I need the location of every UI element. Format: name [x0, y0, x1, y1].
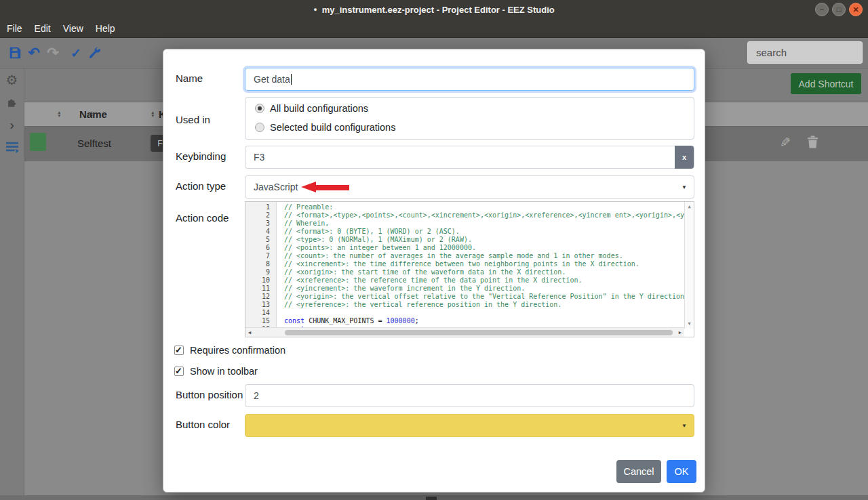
maximize-button[interactable]: □ [832, 3, 846, 16]
window-title: ● my_instrument.eez-project - Project Ed… [313, 5, 555, 15]
unsaved-indicator-dot: ● [313, 6, 317, 13]
action-type-label: Action type [176, 180, 226, 192]
horizontal-scrollbar[interactable]: ◀ ▶ [245, 327, 684, 337]
scroll-up-icon[interactable]: ▲ [685, 204, 694, 209]
shortcuts-list-icon[interactable] [5, 140, 20, 154]
cancel-button[interactable]: Cancel [616, 460, 661, 483]
checkbox-label: Show in toolbar [190, 366, 258, 377]
button-position-input[interactable]: 2 [245, 384, 694, 407]
used-in-label: Used in [176, 114, 210, 125]
name-input[interactable]: Get data [245, 68, 694, 91]
keybinding-value: F3 [254, 152, 264, 163]
minimize-button[interactable]: − [815, 3, 829, 16]
menu-edit[interactable]: Edit [35, 23, 51, 34]
close-button[interactable]: ✕ [849, 3, 863, 16]
edit-shortcut-dialog: Name Get data Used in All build configur… [163, 49, 705, 493]
radio-icon[interactable] [255, 104, 264, 113]
menu-help[interactable]: Help [96, 23, 115, 34]
action-code-label: Action code [176, 212, 229, 224]
chevron-right-icon[interactable]: › [5, 117, 20, 132]
scrollbar-thumb[interactable] [285, 330, 673, 335]
code-text[interactable]: // Preamble:// <format>,<type>,<points>,… [277, 202, 684, 329]
chevron-down-icon: ▼ [682, 423, 687, 429]
vertical-scrollbar[interactable]: ▲ ▼ [684, 202, 694, 329]
add-shortcut-button[interactable]: Add Shortcut [791, 73, 861, 94]
show-in-toolbar-checkbox-row[interactable]: ✓ Show in toolbar [174, 366, 258, 377]
search-input[interactable] [747, 41, 863, 64]
annotation-arrow [301, 182, 350, 193]
chevron-down-icon: ▼ [682, 184, 687, 190]
text-cursor [291, 74, 292, 85]
left-sidebar: ⚙ › [0, 68, 24, 495]
sort-icon[interactable]: ▲▼ [57, 110, 61, 117]
ok-button[interactable]: OK [667, 460, 696, 483]
clear-keybinding-button[interactable]: x [675, 146, 694, 169]
shortcut-color-swatch [30, 133, 46, 151]
scroll-left-icon[interactable]: ◀ [248, 330, 251, 335]
radio-label: All build configurations [270, 103, 368, 114]
shortcut-name: Selftest [77, 138, 111, 149]
check-icon[interactable]: ✓ [66, 43, 85, 62]
edit-pencil-icon[interactable]: ✎ [780, 135, 791, 150]
window-title-text: my_instrument.eez-project - Project Edit… [322, 5, 555, 15]
button-position-label: Button position [176, 389, 243, 400]
keybinding-label: Keybinding [176, 150, 226, 162]
title-bar: ● my_instrument.eez-project - Project Ed… [0, 0, 868, 19]
scroll-down-icon[interactable]: ▼ [685, 321, 694, 327]
menu-file[interactable]: File [7, 23, 22, 34]
checkbox-icon[interactable]: ✓ [174, 367, 184, 376]
menu-bar: File Edit View Help [0, 19, 868, 38]
bottom-resize-handle [426, 497, 437, 500]
redo-icon[interactable]: ↷ [43, 43, 62, 62]
scroll-right-icon[interactable]: ▶ [679, 330, 682, 335]
radio-icon[interactable] [255, 123, 264, 132]
button-position-value: 2 [254, 390, 259, 401]
radio-label: Selected build configurations [270, 122, 395, 133]
wrench-icon[interactable] [85, 43, 104, 62]
save-icon[interactable] [5, 43, 24, 62]
checkbox-label: Requires confirmation [190, 345, 285, 356]
keybinding-input[interactable]: F3 x [245, 146, 694, 169]
name-label: Name [176, 72, 203, 84]
trash-icon[interactable] [807, 136, 818, 151]
button-color-select[interactable]: ▼ [245, 414, 694, 437]
sort-icon[interactable]: ▲▼ [151, 110, 155, 117]
radio-all-build-configurations[interactable]: All build configurations [255, 103, 368, 114]
undo-icon[interactable]: ↶ [24, 43, 43, 62]
used-in-group: All build configurations Selected build … [245, 97, 694, 140]
puzzle-extension-icon[interactable] [5, 95, 20, 110]
column-header-name[interactable]: Name [79, 108, 107, 120]
menu-view[interactable]: View [63, 23, 83, 34]
requires-confirmation-checkbox-row[interactable]: ✓ Requires confirmation [174, 345, 285, 356]
action-type-value: JavaScript [254, 182, 298, 192]
checkbox-icon[interactable]: ✓ [174, 346, 184, 355]
button-color-label: Button color [176, 419, 230, 430]
name-value: Get data [254, 74, 290, 85]
action-code-editor[interactable]: 1234567891011121314151617 // Preamble://… [245, 201, 694, 337]
window-controls: − □ ✕ [815, 3, 863, 16]
line-number-gutter: 1234567891011121314151617 [245, 202, 277, 329]
radio-selected-build-configurations[interactable]: Selected build configurations [255, 122, 395, 133]
gear-icon[interactable]: ⚙ [5, 72, 20, 87]
